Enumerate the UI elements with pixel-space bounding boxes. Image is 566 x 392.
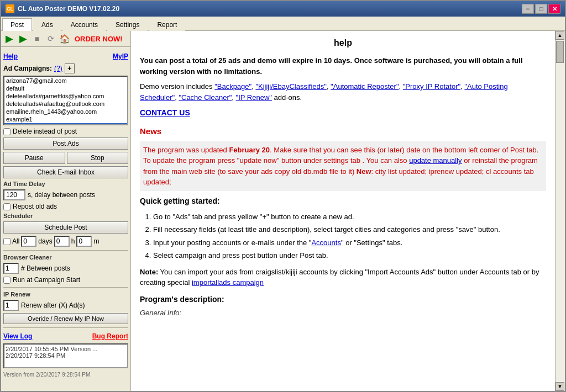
news-new-label: New <box>357 167 371 176</box>
scheduler-label: Scheduler <box>3 213 128 219</box>
tab-settings[interactable]: Settings <box>107 18 148 31</box>
scroll-track <box>555 40 565 382</box>
window-title: CL Auto Poster DEMO V17.02.20 <box>18 5 119 13</box>
autoreposter-link[interactable]: "Automatic Reposter" <box>331 82 399 91</box>
play2-icon[interactable]: ▶ <box>17 33 29 45</box>
hours-input[interactable] <box>54 236 70 247</box>
list-item[interactable]: deleteallads#rafaeltug@outlook.com <box>4 100 127 108</box>
between-posts-input[interactable] <box>3 263 19 274</box>
top-links: Help MyIP <box>3 51 128 61</box>
content-title: help <box>140 36 546 50</box>
program-desc-section: Program's description: <box>140 294 546 305</box>
importallads-link[interactable]: importallads campaign <box>192 278 264 287</box>
main-area: ▶ ▶ ■ ⟳ 🏠 ORDER NOW! Help MyIP Ad Campai… <box>1 31 565 391</box>
order-button[interactable]: ORDER NOW! <box>75 35 123 43</box>
post-ads-button[interactable]: Post Ads <box>3 137 128 150</box>
minimize-button[interactable]: − <box>522 4 534 14</box>
version-text: Version from 2/20/2017 9:28:54 PM <box>3 370 128 379</box>
scroll-thumb[interactable] <box>556 41 564 63</box>
list-item[interactable]: example1 <box>4 115 127 123</box>
all-label: All <box>12 237 19 245</box>
all-checkbox[interactable] <box>3 238 11 245</box>
campaigns-help[interactable]: (?) <box>54 65 62 72</box>
quick-list: Go to "Ads" tab and press yellow "+" but… <box>153 211 546 261</box>
backpage-link[interactable]: "Backpage" <box>214 82 251 91</box>
renew-label: Renew after (X) Ad(s) <box>21 301 85 309</box>
renew-input[interactable] <box>3 300 19 311</box>
bottom-links: View Log Bug Report <box>3 331 128 341</box>
repost-checkbox[interactable] <box>3 203 11 210</box>
help-link[interactable]: Help <box>3 52 18 60</box>
refresh-icon[interactable]: ⟳ <box>45 33 57 45</box>
maximize-button[interactable]: □ <box>535 4 547 14</box>
tab-bar: Post Ads Accounts Settings Report <box>1 17 565 31</box>
repost-checkbox-row: Repost old ads <box>3 203 128 210</box>
update-manually-link[interactable]: update manually <box>409 156 462 165</box>
delay-unit: s, delay between posts <box>28 191 95 199</box>
minutes-input[interactable] <box>76 236 92 247</box>
news-title: News <box>140 125 546 138</box>
myip-link[interactable]: MyIP <box>113 52 128 60</box>
tab-post[interactable]: Post <box>2 18 32 31</box>
delete-checkbox-row: Delete instead of post <box>3 128 128 135</box>
intro-text: You can post a total of 25 ads and demo … <box>140 55 546 77</box>
run-campaign-checkbox[interactable] <box>3 277 11 284</box>
delete-label: Delete instead of post <box>13 128 77 135</box>
list-item[interactable]: deleteallads#garnettkis@yahoo.com <box>4 92 127 100</box>
between-posts-row: # Between posts <box>3 263 128 274</box>
tab-ads[interactable]: Ads <box>33 18 61 31</box>
kijiji-link[interactable]: "Kijiji/EbayClassifieds" <box>255 82 326 91</box>
override-ip-button[interactable]: Overide / Renew My IP Now <box>3 313 128 324</box>
scroll-down-button[interactable]: ▼ <box>555 382 564 391</box>
title-bar: CL CL Auto Poster DEMO V17.02.20 − □ ✕ <box>1 1 565 17</box>
browser-cleaner-label: Browser Cleaner <box>3 254 128 261</box>
tab-accounts[interactable]: Accounts <box>62 18 106 31</box>
days-input[interactable] <box>21 236 36 247</box>
list-item[interactable]: arizona77@gmail.com <box>4 77 127 84</box>
run-campaign-label: Run at Campaign Start <box>13 276 80 284</box>
view-log-link[interactable]: View Log <box>3 332 32 340</box>
repost-label: Repost old ads <box>13 203 57 210</box>
content-scroll[interactable]: help You can post a total of 25 ads and … <box>131 31 555 391</box>
delay-input[interactable] <box>3 189 25 200</box>
play-icon[interactable]: ▶ <box>3 33 15 45</box>
accounts-link[interactable]: Accounts <box>311 239 340 247</box>
renew-row: Renew after (X) Ad(s) <box>3 300 128 311</box>
general-info: General Info: <box>140 308 546 319</box>
tab-report[interactable]: Report <box>149 18 185 31</box>
accounts-listbox[interactable]: arizona77@gmail.com default deleteallads… <box>3 76 128 125</box>
app-icon: CL <box>6 4 14 13</box>
stop-icon[interactable]: ■ <box>31 33 43 45</box>
log-entry: 2/20/2017 10:55:45 PM Version ... <box>6 346 126 352</box>
bug-report-link[interactable]: Bug Report <box>92 332 128 340</box>
list-item[interactable]: default <box>4 84 127 92</box>
sidebar: ▶ ▶ ■ ⟳ 🏠 ORDER NOW! Help MyIP Ad Campai… <box>1 31 131 391</box>
list-item[interactable]: emailine.rhein_1443@yahoo.com <box>4 108 127 115</box>
delete-checkbox[interactable] <box>3 128 11 135</box>
add-campaign-button[interactable]: + <box>65 63 75 73</box>
scroll-up-button[interactable]: ▲ <box>555 31 564 40</box>
log-entry: 2/20/2017 9:28:54 PM <box>6 352 126 359</box>
list-item-selected[interactable]: renewallads#arizonawhite@gmail.com <box>4 123 127 125</box>
schedule-post-button[interactable]: Schedule Post <box>3 221 128 234</box>
time-delay-row: s, delay between posts <box>3 189 128 200</box>
quick-title: Quick getting started: <box>140 195 546 207</box>
cachecleaner-link[interactable]: "Cache Cleaner" <box>179 93 232 102</box>
campaigns-label: Ad Campaigns: <box>3 65 52 72</box>
quick-start-section: Quick getting started: Go to "Ads" tab a… <box>140 195 546 261</box>
stop-button[interactable]: Stop <box>67 152 129 164</box>
ip-renew-label: IP Renew <box>3 291 128 298</box>
news-section: The program was updated February 20. Mak… <box>140 141 546 191</box>
proxyip-link[interactable]: "Proxy IP Rotator" <box>403 82 460 91</box>
home-icon[interactable]: 🏠 <box>59 33 71 45</box>
time-delay-label: Ad Time Delay <box>3 181 128 187</box>
iprenew-link[interactable]: "IP Renew" <box>236 93 272 102</box>
contact-link[interactable]: CONTACT US <box>140 108 190 117</box>
intro-bold: You can post a total of 25 ads and demo … <box>140 56 523 76</box>
hours-unit: h <box>71 237 75 245</box>
check-email-button[interactable]: Check E-mail Inbox <box>3 166 128 178</box>
pause-button[interactable]: Pause <box>3 152 65 164</box>
content-area: help You can post a total of 25 ads and … <box>131 31 555 391</box>
general-info-label: General Info: <box>140 309 181 317</box>
close-button[interactable]: ✕ <box>548 4 560 14</box>
